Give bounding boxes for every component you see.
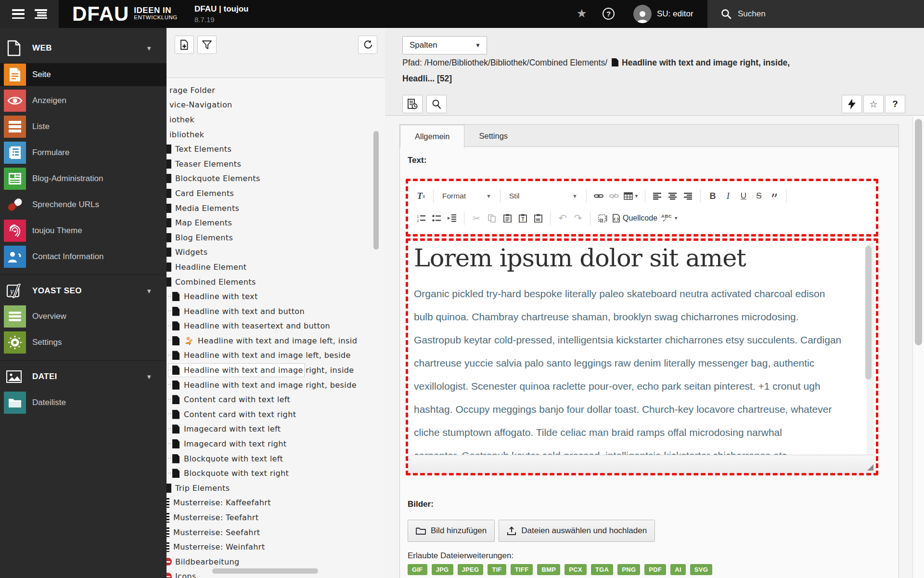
rte-resize-handle[interactable] bbox=[867, 464, 873, 471]
module-yoast-overview[interactable]: Overview bbox=[0, 305, 167, 328]
tab-allgemein[interactable]: Allgemein bbox=[400, 125, 464, 147]
redo-icon[interactable]: ↷ bbox=[571, 210, 585, 226]
rte-heading[interactable]: Lorem ipsum dolor sit amet bbox=[414, 244, 746, 272]
tab-settings[interactable]: Settings bbox=[464, 125, 522, 147]
menu-toggle-icon[interactable] bbox=[12, 9, 25, 19]
section-web[interactable]: WEB ▼ bbox=[0, 37, 167, 60]
format-dropdown[interactable]: Format▼ bbox=[438, 188, 495, 204]
tree-row[interactable]: ▾ ·· Headline Element bbox=[167, 260, 385, 275]
pagetree-toggle-icon[interactable] bbox=[35, 9, 47, 19]
cache-flush-button[interactable] bbox=[842, 95, 862, 113]
rte-scrollbar-thumb[interactable] bbox=[865, 246, 872, 380]
tree-row[interactable]: ▾ ·· Bildbearbeitung bbox=[167, 554, 385, 569]
tree-row[interactable]: ▾ ·· Widgets bbox=[167, 245, 385, 260]
bookmark-button[interactable]: ☆ bbox=[863, 95, 884, 113]
italic-icon[interactable]: I bbox=[721, 188, 735, 204]
align-left-icon[interactable] bbox=[650, 188, 665, 204]
module-scrollbar[interactable] bbox=[912, 116, 924, 578]
section-datei[interactable]: DATEI ▼ bbox=[0, 365, 167, 388]
source-code-icon[interactable]: Quellcode bbox=[611, 210, 659, 226]
tree-row[interactable]: ▾ ·· Card Elements bbox=[167, 186, 385, 201]
stil-dropdown[interactable]: Stil▼ bbox=[505, 188, 581, 204]
paste-from-word-icon[interactable]: W bbox=[531, 210, 545, 226]
remove-format-icon[interactable]: Tx bbox=[414, 188, 428, 204]
tree-row[interactable]: ▾ ·· Imagecard with text right bbox=[167, 436, 385, 451]
tree-row[interactable]: ▾ ·· Media Elements bbox=[167, 201, 385, 216]
tree-row[interactable]: ▾ ·· ibliothek bbox=[167, 127, 385, 142]
module-anzeigen[interactable]: Anzeigen bbox=[0, 89, 167, 112]
tree-row[interactable]: ▾ ·· Blog Elements bbox=[167, 230, 385, 245]
numbered-list-icon[interactable]: 12 bbox=[414, 210, 428, 226]
user-menu[interactable]: SU: editor bbox=[633, 5, 693, 23]
tree-row[interactable]: ▾ ·· rage Folder bbox=[167, 83, 385, 98]
underline-icon[interactable]: U bbox=[736, 188, 751, 204]
rte-paragraph[interactable]: Organic pickled try-hard bespoke literal… bbox=[414, 282, 864, 467]
tree-row[interactable]: ▾ ·· Map Elements bbox=[167, 215, 385, 230]
module-seite[interactable]: Seite bbox=[0, 63, 167, 86]
module-blog-administration[interactable]: Blog-Administration bbox=[0, 167, 167, 190]
bold-icon[interactable]: B bbox=[706, 188, 720, 204]
copy-icon[interactable] bbox=[485, 210, 499, 226]
tree-vertical-scrollbar[interactable] bbox=[373, 131, 379, 250]
cut-icon[interactable]: ✂ bbox=[469, 210, 484, 226]
upload-files-button[interactable]: Dateien auswählen und hochladen bbox=[499, 520, 655, 542]
rte-scrollbar-track[interactable] bbox=[867, 243, 874, 457]
tree-row[interactable]: ▾ ·· Musterreise: Kaffeefahrt bbox=[167, 496, 385, 511]
table-icon[interactable]: ▼ bbox=[622, 188, 640, 204]
tree-row[interactable]: ▾ ·· Text Elements bbox=[167, 142, 385, 157]
tree-row[interactable]: ▾ ·· Trip Elements bbox=[167, 481, 385, 496]
tree-row[interactable]: ▾ ·· Headline with text bbox=[167, 289, 385, 304]
toolbar-search[interactable]: Suchen bbox=[707, 0, 924, 28]
view-mode-select[interactable]: Spalten ▼ bbox=[402, 36, 487, 54]
align-center-icon[interactable] bbox=[666, 188, 680, 204]
tree-row[interactable]: ▾ ·· Headline with text and image left, … bbox=[167, 348, 385, 363]
tree-row[interactable]: ▾ ·· Blockquote Elements bbox=[167, 171, 385, 186]
indent-icon[interactable] bbox=[445, 210, 459, 226]
module-dateiliste[interactable]: Dateiliste bbox=[0, 391, 167, 414]
tree-horizontal-scrollbar[interactable] bbox=[212, 568, 318, 574]
undo-icon[interactable]: ↶ bbox=[555, 210, 570, 226]
paste-as-text-icon[interactable]: T bbox=[515, 210, 530, 226]
record-history-button[interactable] bbox=[402, 95, 423, 113]
strikethrough-icon[interactable]: S bbox=[752, 188, 766, 204]
tree-row[interactable]: ▾ ·· Headline with text and image right,… bbox=[167, 363, 385, 378]
bulleted-list-icon[interactable] bbox=[429, 210, 444, 226]
docheader-help-button[interactable]: ? bbox=[885, 95, 905, 113]
blockquote-icon[interactable]: ” bbox=[767, 188, 782, 204]
tree-row[interactable]: ▾ ·· Content card with text left bbox=[167, 392, 385, 407]
align-right-icon[interactable] bbox=[681, 188, 695, 204]
tree-row[interactable]: ▾ ·· Musterreise: Seefahrt bbox=[167, 525, 385, 540]
bookmark-star-icon[interactable]: ★ bbox=[577, 7, 587, 20]
tree-row[interactable]: ▾ ·· Headline with teasertext and button bbox=[167, 319, 385, 334]
module-formulare[interactable]: Formulare bbox=[0, 141, 167, 164]
refresh-button[interactable] bbox=[358, 36, 377, 54]
show-blocks-icon[interactable] bbox=[595, 210, 610, 226]
tree-row[interactable]: ▾ ·· Content card with text right bbox=[167, 407, 385, 422]
tree-row[interactable]: ▾ ·· Imagecard with text left bbox=[167, 422, 385, 437]
module-scrollbar-thumb[interactable] bbox=[915, 119, 922, 345]
filter-button[interactable] bbox=[197, 36, 217, 54]
unlink-icon[interactable] bbox=[607, 188, 621, 204]
help-icon[interactable]: ? bbox=[603, 8, 615, 20]
module-liste[interactable]: Liste bbox=[0, 115, 167, 138]
tree-row[interactable]: ▾ ·· Headline with text and button bbox=[167, 304, 385, 319]
spellcheck-icon[interactable]: ABC✓ ▼ bbox=[660, 210, 680, 226]
tree-row[interactable]: ▾ ·· vice-Navigation bbox=[167, 98, 385, 113]
tree-row[interactable]: ▾ ·· Headline with text and image left, … bbox=[167, 333, 385, 348]
tree-row[interactable]: ▾ ·· iothek bbox=[167, 112, 385, 127]
tree-row[interactable]: ▾ ·· Teaser Elements bbox=[167, 157, 385, 171]
section-yoast-seo[interactable]: y YOAST SEO ▼ bbox=[0, 279, 167, 302]
tree-row[interactable]: ▾ ·· Blockquote with text left bbox=[167, 451, 385, 466]
new-page-button[interactable] bbox=[175, 36, 194, 54]
tree-row[interactable]: ▾ ·· Headline with text and image right,… bbox=[167, 378, 385, 393]
module-toujou-theme[interactable]: toujou Theme bbox=[0, 219, 167, 242]
add-image-button[interactable]: Bild hinzufügen bbox=[408, 520, 495, 542]
tree-row[interactable]: ▾ ·· Blockquote with text right bbox=[167, 466, 385, 481]
search-record-button[interactable] bbox=[426, 95, 447, 113]
paste-icon[interactable] bbox=[500, 210, 514, 226]
module-sprechende-urls[interactable]: Sprechende URLs bbox=[0, 193, 167, 216]
module-contact-information[interactable]: Contact Information bbox=[0, 245, 167, 268]
dfau-logo[interactable]: DFAU IDEEN IN ENTWICKLUNG bbox=[72, 4, 178, 24]
tree-row[interactable]: ▾ ·· Musterreise: Weinfahrt bbox=[167, 539, 385, 554]
link-icon[interactable] bbox=[591, 188, 606, 204]
